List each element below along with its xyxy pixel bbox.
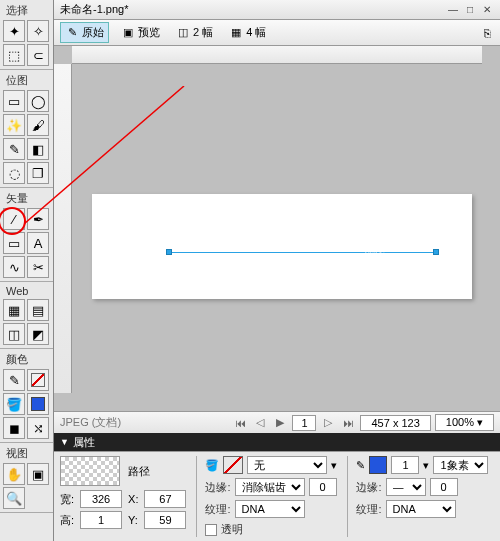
pointer-tool[interactable]: ✦ (3, 20, 25, 42)
view-2up[interactable]: ◫ 2 幅 (172, 23, 217, 42)
width-label: 宽: (60, 492, 74, 507)
x-input[interactable] (144, 490, 186, 508)
zoom-tool[interactable]: 🔍 (3, 487, 25, 509)
texture2-label: 纹理: (356, 502, 381, 517)
transparent-checkbox[interactable] (205, 524, 217, 536)
stroke-swatch[interactable] (27, 369, 49, 391)
stroke-swatch[interactable] (369, 456, 387, 474)
texture2-select[interactable]: DNA (386, 500, 456, 518)
slice-tool[interactable]: ▤ (27, 299, 49, 321)
line-handle-right[interactable] (433, 249, 439, 255)
document-title: 未命名-1.png* (60, 2, 128, 17)
crop-tool[interactable]: ⬚ (3, 44, 25, 66)
eraser-tool[interactable]: ◧ (27, 138, 49, 160)
view-2up-label: 2 幅 (193, 25, 213, 40)
view-4up[interactable]: ▦ 4 幅 (225, 23, 270, 42)
text-tool[interactable]: A (27, 232, 49, 254)
height-label: 高: (60, 513, 74, 528)
line-handle-left[interactable] (166, 249, 172, 255)
edge2-label: 边缘: (356, 480, 381, 495)
pencil-icon: ✎ (356, 459, 365, 472)
properties-title: 属性 (73, 435, 95, 450)
stroke-dropdown-icon[interactable]: ▾ (423, 459, 429, 472)
shape-tool[interactable]: ▭ (3, 232, 25, 254)
default-colors[interactable]: ◼ (3, 417, 25, 439)
pencil-tool[interactable]: ✎ (3, 138, 25, 160)
view-bar: ✎ 原始 ▣ 预览 ◫ 2 幅 ▦ 4 幅 ⎘ (54, 20, 500, 46)
y-label: Y: (128, 514, 138, 526)
prev-page-button[interactable]: ◁ (252, 415, 268, 431)
y-input[interactable] (144, 511, 186, 529)
group-view-label: 视图 (2, 445, 51, 462)
minimize-button[interactable]: — (446, 3, 460, 17)
path-thumbnail (60, 456, 120, 486)
stamp-tool[interactable]: ❐ (27, 162, 49, 184)
blur-tool[interactable]: ◌ (3, 162, 25, 184)
texture-label: 纹理: (205, 502, 230, 517)
texture-select[interactable]: DNA (235, 500, 305, 518)
zoom-display[interactable]: 100% ▾ (435, 414, 494, 431)
brush-tool[interactable]: 🖌 (27, 114, 49, 136)
play-button[interactable]: ▶ (272, 415, 288, 431)
show-tool[interactable]: ◩ (27, 323, 49, 345)
page-input[interactable] (292, 415, 316, 431)
edge-select[interactable]: 消除锯齿 (235, 478, 305, 496)
statusbar: JPEG (文档) ⏮ ◁ ▶ ▷ ⏭ 457 x 123 100% ▾ (54, 411, 500, 433)
fill-select[interactable]: 无 (247, 456, 327, 474)
swap-colors[interactable]: ⤭ (27, 417, 49, 439)
next-page-button[interactable]: ▷ (320, 415, 336, 431)
last-page-button[interactable]: ⏭ (340, 415, 356, 431)
edge2-select[interactable]: — (386, 478, 426, 496)
x-label: X: (128, 493, 138, 505)
edge2-value[interactable] (430, 478, 458, 496)
ruler-vertical (54, 64, 72, 393)
freeform-tool[interactable]: ∿ (3, 256, 25, 278)
wand-tool[interactable]: ✨ (3, 114, 25, 136)
close-button[interactable]: ✕ (480, 3, 494, 17)
canvas[interactable]: 卡卡测速网 www.webkaka.com (72, 64, 482, 411)
edge-value[interactable] (309, 478, 337, 496)
pencil-icon: ✎ (65, 26, 79, 40)
bucket-icon: 🪣 (205, 459, 219, 472)
view-4up-label: 4 幅 (246, 25, 266, 40)
hotspot-tool[interactable]: ▦ (3, 299, 25, 321)
fill-color-tool[interactable]: 🪣 (3, 393, 25, 415)
collapse-icon: ▼ (60, 437, 69, 447)
dimensions-display: 457 x 123 (360, 415, 430, 431)
fill-swatch[interactable] (223, 456, 243, 474)
group-select-label: 选择 (2, 2, 51, 19)
fill-swatch[interactable] (27, 393, 49, 415)
group-colors-label: 颜色 (2, 351, 51, 368)
group-vector-label: 矢量 (2, 190, 51, 207)
stroke-width-input[interactable] (391, 456, 419, 474)
group-bitmap-label: 位图 (2, 72, 51, 89)
fill-dropdown-icon[interactable]: ▾ (331, 459, 337, 472)
first-page-button[interactable]: ⏮ (232, 415, 248, 431)
view-original[interactable]: ✎ 原始 (60, 22, 109, 43)
height-input[interactable] (80, 511, 122, 529)
knife-tool[interactable]: ✂ (27, 256, 49, 278)
stroke-color-tool[interactable]: ✎ (3, 369, 25, 391)
subselect-tool[interactable]: ✧ (27, 20, 49, 42)
lasso-tool[interactable]: ⊂ (27, 44, 49, 66)
properties-panel: 路径 宽: X: 高: Y: 🪣 无 ▾ (54, 451, 500, 541)
width-input[interactable] (80, 490, 122, 508)
properties-header[interactable]: ▼ 属性 (54, 433, 500, 451)
export-icon[interactable]: ⎘ (480, 26, 494, 40)
view-mode-tool[interactable]: ▣ (27, 463, 49, 485)
pen-tool[interactable]: ✒ (27, 208, 49, 230)
hand-tool[interactable]: ✋ (3, 463, 25, 485)
toolbox: 选择 ✦ ✧ ⬚ ⊂ 位图 ▭ ◯ ✨ 🖌 ✎ ◧ (0, 0, 54, 541)
hide-tool[interactable]: ◫ (3, 323, 25, 345)
line-tool[interactable]: ∕ (3, 208, 25, 230)
status-format: JPEG (文档) (60, 415, 121, 430)
view-preview-label: 预览 (138, 25, 160, 40)
maximize-button[interactable]: □ (463, 3, 477, 17)
image-icon: ▣ (121, 26, 135, 40)
titlebar: 未命名-1.png* — □ ✕ (54, 0, 500, 20)
marquee-tool[interactable]: ▭ (3, 90, 25, 112)
lasso2-tool[interactable]: ◯ (27, 90, 49, 112)
view-preview[interactable]: ▣ 预览 (117, 23, 164, 42)
stroke-unit-select[interactable]: 1象素 (433, 456, 488, 474)
view-original-label: 原始 (82, 25, 104, 40)
